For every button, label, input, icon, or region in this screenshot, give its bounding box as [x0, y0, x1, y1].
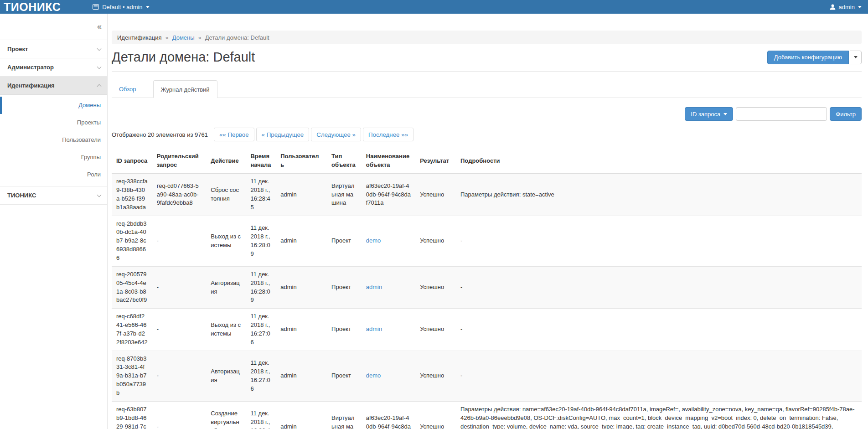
sidebar-group-project[interactable]: Проект [0, 40, 107, 58]
cell-start-time: 11 дек. 2018 г., 16:28:45 [246, 173, 276, 216]
caret-down-icon [146, 6, 150, 8]
cell-parent-request: - [152, 309, 206, 351]
add-configuration-button[interactable]: Добавить конфигурацию [767, 51, 849, 64]
table-row: req-63b807b9-1bd8-4629-981d-7cc9a23309a8… [112, 401, 862, 429]
main-content: Идентификация » Домены » Детали домена: … [108, 14, 868, 429]
col-result: Результат [415, 149, 456, 173]
filter-toolbar: ID запроса Фильтр [112, 107, 862, 121]
table-header-row: ID запроса Родительский запрос Действие … [112, 149, 862, 173]
caret-down-icon [723, 113, 727, 115]
cell-details: - [456, 351, 862, 401]
table-row: req-c68df241-e566-467f-a37b-d22f8203e642… [112, 309, 862, 351]
sidebar-group-identity[interactable]: Идентификация [0, 77, 107, 95]
filter-button[interactable]: Фильтр [830, 107, 862, 121]
cell-result: Успешно [415, 173, 456, 216]
chevron-down-icon [97, 46, 102, 51]
cell-request-id: req-63b807b9-1bd8-4629-981d-7cc9a23309a8 [112, 401, 152, 429]
pagination-next-button[interactable]: Следующее » [311, 128, 361, 141]
user-menu[interactable]: admin [830, 4, 862, 10]
sidebar-item-groups[interactable]: Группы [0, 149, 107, 166]
sidebar-collapse-button[interactable]: « [0, 14, 107, 40]
domain-project-switcher[interactable]: Default • admin [93, 4, 149, 10]
cell-action: Выход из системы [206, 216, 246, 266]
breadcrumb-separator: » [165, 34, 168, 41]
cell-object-name: af63ec20-19af-40db-964f-94c8daf7011a [362, 173, 415, 216]
cell-start-time: 11 дек. 2018 г., 16:28:09 [246, 266, 276, 308]
cell-details: Параметры действия: name=af63ec20-19af-4… [456, 401, 862, 429]
chevron-down-icon [97, 64, 102, 69]
panel-list-icon [93, 4, 99, 10]
top-navbar: ТИОНИКС Default • admin admin [0, 0, 868, 14]
col-parent-request: Родительский запрос [152, 149, 206, 173]
sidebar: « Проект Администратор Идентификация Дом… [0, 14, 108, 429]
add-configuration-dropdown-toggle[interactable] [850, 51, 862, 64]
cell-request-id: req-c68df241-e566-467f-a37b-d22f8203e642 [112, 309, 152, 351]
page-title: Детали домена: Default [112, 50, 255, 65]
cell-action: Выход из системы [206, 309, 246, 351]
cell-object-type: Проект [327, 309, 362, 351]
cell-parent-request: - [152, 266, 206, 308]
col-action: Действие [206, 149, 246, 173]
tab-overview[interactable]: Обзор [112, 80, 144, 98]
cell-start-time: 11 дек. 2018 г., 16:26:45 [246, 401, 276, 429]
cell-parent-request: - [152, 401, 206, 429]
breadcrumb-separator: » [198, 34, 202, 41]
cell-start-time: 11 дек. 2018 г., 16:28:09 [246, 216, 276, 266]
cell-user: admin [276, 173, 327, 216]
chevron-up-icon [97, 84, 102, 89]
cell-details: - [456, 309, 862, 351]
pagination-summary: Отображено 20 элементов из 9761 [112, 131, 208, 138]
cell-object-name: demo [362, 216, 415, 266]
sidebar-item-domains[interactable]: Домены [0, 97, 107, 114]
object-name-link[interactable]: demo [366, 372, 381, 379]
cell-details: - [456, 216, 862, 266]
breadcrumb-current: Детали домена: Default [205, 34, 269, 41]
object-name-link[interactable]: admin [366, 284, 382, 290]
pagination-first-button[interactable]: «« Первое [214, 128, 254, 141]
cell-request-id: req-20057905-45c4-4e1a-8c03-b8bac27bc0f9 [112, 266, 152, 308]
object-name-text: af63ec20-19af-40db-964f-94c8daf7011a [366, 414, 411, 429]
caret-down-icon [854, 56, 858, 58]
sidebar-item-projects[interactable]: Проекты [0, 114, 107, 131]
cell-request-id: req-338ccfa9-f38b-430a-b526-f39b1a38aada [112, 173, 152, 216]
col-details: Подробности [456, 149, 862, 173]
cell-action: Авторизация [206, 351, 246, 401]
cell-details: - [456, 266, 862, 308]
user-name: admin [839, 4, 855, 10]
cell-result: Успешно [415, 266, 456, 308]
cell-user: admin [276, 216, 327, 266]
sidebar-item-roles[interactable]: Роли [0, 166, 107, 183]
tab-bar: Обзор Журнал действий [112, 80, 862, 98]
cell-result: Успешно [415, 351, 456, 401]
cell-object-type: Проект [327, 216, 362, 266]
cell-action: Авторизация [206, 266, 246, 308]
cell-parent-request: - [152, 351, 206, 401]
cell-user: admin [276, 351, 327, 401]
table-row: req-2bddb30b-dc1a-40b7-b9a2-8c6938d88666… [112, 216, 862, 266]
breadcrumb-identity: Идентификация [117, 34, 161, 41]
pagination-last-button[interactable]: Последнее »» [363, 128, 413, 141]
tab-action-log[interactable]: Журнал действий [153, 80, 217, 98]
chevron-down-icon [97, 192, 102, 197]
log-table-body: req-338ccfa9-f38b-430a-b526-f39b1a38aada… [112, 173, 862, 429]
cell-object-type: Виртуальная машина [327, 401, 362, 429]
cell-request-id: req-2bddb30b-dc1a-40b7-b9a2-8c6938d88666 [112, 216, 152, 266]
table-row: req-8703b331-3c81-4f9a-b31a-b7b050a7739b… [112, 351, 862, 401]
sidebar-group-tionix[interactable]: ТИОНИКС [0, 186, 107, 205]
cell-result: Успешно [415, 401, 456, 429]
cell-object-type: Виртуальная машина [327, 173, 362, 216]
filter-input[interactable] [736, 107, 827, 121]
object-name-link[interactable]: admin [366, 326, 382, 332]
sidebar-group-admin[interactable]: Администратор [0, 58, 107, 77]
table-row: req-20057905-45c4-4e1a-8c03-b8bac27bc0f9… [112, 266, 862, 308]
cell-object-name: admin [362, 309, 415, 351]
cell-start-time: 11 дек. 2018 г., 16:27:06 [246, 351, 276, 401]
pagination-row: Отображено 20 элементов из 9761 «« Перво… [112, 128, 862, 141]
object-name-link[interactable]: demo [366, 237, 381, 244]
filter-field-dropdown[interactable]: ID запроса [685, 107, 733, 121]
cell-object-name: admin [362, 266, 415, 308]
pagination-prev-button[interactable]: « Предыдущее [256, 128, 310, 141]
breadcrumb-domains-link[interactable]: Домены [172, 34, 195, 41]
cell-user: admin [276, 266, 327, 308]
sidebar-item-users[interactable]: Пользователи [0, 131, 107, 149]
